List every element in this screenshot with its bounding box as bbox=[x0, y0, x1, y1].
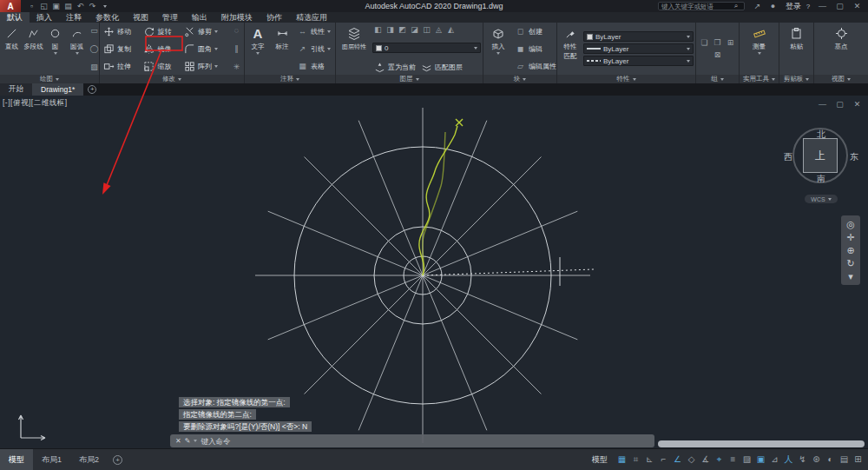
stretch-button[interactable]: 拉伸 bbox=[102, 60, 140, 72]
copy-button[interactable]: 复制 bbox=[102, 43, 140, 55]
command-input[interactable] bbox=[201, 437, 649, 446]
dynamic-ucs-icon[interactable]: ⊿ bbox=[768, 451, 781, 468]
trim-dropdown-icon[interactable] bbox=[214, 30, 218, 33]
erase-tool-icon[interactable]: ◌ bbox=[231, 25, 242, 36]
model-tab[interactable]: 模型 bbox=[0, 449, 33, 470]
snap-mode-icon[interactable]: ⌗ bbox=[629, 451, 642, 468]
circle-button[interactable]: 圆 bbox=[45, 23, 65, 74]
navbar-more-icon[interactable]: ▾ bbox=[844, 271, 858, 281]
command-line[interactable]: ✕ ✎ bbox=[170, 434, 654, 447]
plot-icon[interactable]: ▤ bbox=[62, 1, 74, 11]
minimize-icon[interactable]: — bbox=[817, 1, 828, 11]
application-menu-button[interactable]: A bbox=[0, 0, 21, 12]
ribbon-tab-collaborate[interactable]: 协作 bbox=[260, 12, 289, 23]
ribbon-tab-annotate[interactable]: 注释 bbox=[59, 12, 89, 23]
view-cube[interactable]: 北 南 西 东 上 WCS bbox=[781, 118, 861, 209]
ortho-icon[interactable]: ⌐ bbox=[657, 451, 670, 468]
command-close-icon[interactable]: ✕ bbox=[175, 437, 181, 445]
viewport-controls-label[interactable]: [-][俯视][二维线框] bbox=[3, 98, 68, 109]
leader-button[interactable]: ↗ 引线 bbox=[295, 43, 333, 55]
autoscale-icon[interactable]: ↯ bbox=[796, 451, 809, 468]
orbit-icon[interactable]: ↻ bbox=[844, 258, 858, 268]
edit-attributes-button[interactable]: ▱ 编辑属性 bbox=[513, 60, 556, 72]
circle-dropdown-icon[interactable] bbox=[54, 52, 57, 55]
arc-dropdown-icon[interactable] bbox=[76, 52, 79, 55]
wcs-menu[interactable]: WCS bbox=[805, 195, 838, 203]
layer-freeze-icon[interactable]: ◨ bbox=[385, 24, 396, 35]
user-avatar-icon[interactable]: ● bbox=[767, 1, 779, 11]
line-button[interactable]: 直线 bbox=[2, 23, 22, 74]
close-icon[interactable]: ✕ bbox=[852, 1, 863, 11]
array-button[interactable]: 阵列 bbox=[182, 60, 229, 72]
selection-cycling-icon[interactable]: ▣ bbox=[754, 451, 767, 468]
fillet-dropdown-icon[interactable] bbox=[214, 48, 218, 50]
table-button[interactable]: ▦ 表格 bbox=[295, 60, 333, 72]
navigation-wheel-icon[interactable]: ◎ bbox=[844, 219, 858, 229]
layout2-tab[interactable]: 布局2 bbox=[70, 449, 108, 470]
object-snap-tracking-icon[interactable]: ∡ bbox=[699, 451, 712, 468]
isodraft-icon[interactable]: ◇ bbox=[685, 451, 698, 468]
paste-button[interactable]: 粘贴 bbox=[786, 23, 806, 74]
edit-block-button[interactable]: ◼ 编辑 bbox=[513, 43, 556, 55]
ribbon-tab-manage[interactable]: 管理 bbox=[155, 12, 185, 23]
tab-drawing1[interactable]: Drawing1* bbox=[32, 83, 83, 96]
panel-title-utilities[interactable]: 实用工具 bbox=[740, 75, 779, 83]
layer-settings-icon[interactable]: ◭ bbox=[445, 24, 457, 35]
share-icon[interactable]: ↗ bbox=[752, 1, 763, 11]
panel-title-modify[interactable]: 修改 bbox=[100, 75, 244, 83]
linear-dropdown-icon[interactable] bbox=[327, 30, 331, 33]
workspace-gear-icon[interactable]: ⊛ bbox=[810, 451, 823, 468]
layer-select[interactable]: 0 bbox=[372, 43, 481, 53]
open-file-icon[interactable]: ◱ bbox=[38, 1, 49, 11]
object-snap-icon[interactable]: ⌖ bbox=[713, 451, 726, 468]
new-drawing-tab-button[interactable]: + bbox=[88, 85, 96, 94]
new-file-icon[interactable]: ▫ bbox=[26, 1, 37, 11]
panel-title-view[interactable]: 视图 bbox=[814, 75, 868, 83]
match-layer-button[interactable]: 匹配图层 bbox=[419, 61, 464, 73]
ribbon-tab-featured-apps[interactable]: 精选应用 bbox=[289, 12, 334, 23]
rotate-button[interactable]: 旋转 bbox=[141, 25, 180, 37]
mirror-button[interactable]: 镜像 bbox=[141, 43, 180, 55]
hatch-tool-icon[interactable]: ▨ bbox=[89, 62, 99, 72]
sign-in-button[interactable]: 登录 bbox=[786, 1, 801, 12]
customize-icon[interactable]: ▤ bbox=[838, 451, 851, 468]
panel-title-block[interactable]: 块 bbox=[483, 75, 556, 83]
panel-title-properties[interactable]: 特性 bbox=[557, 75, 695, 83]
make-current-button[interactable]: 置为当前 bbox=[372, 61, 418, 73]
command-customize-icon[interactable]: ✎ bbox=[185, 437, 191, 445]
tab-start[interactable]: 开始 bbox=[0, 83, 32, 96]
panel-title-clipboard[interactable]: 剪贴板 bbox=[779, 75, 813, 83]
leader-dropdown-icon[interactable] bbox=[327, 48, 331, 50]
layer-unisolate-icon[interactable]: ◫ bbox=[421, 24, 432, 35]
panel-title-annotate[interactable]: 注释 bbox=[245, 75, 335, 83]
text-button[interactable]: A 文字 bbox=[247, 23, 269, 74]
lineweight-icon[interactable]: ≡ bbox=[727, 451, 740, 468]
panel-title-layers[interactable]: 图层 bbox=[336, 75, 483, 83]
horizontal-scrollbar[interactable] bbox=[658, 440, 865, 447]
viewcube-south[interactable]: 南 bbox=[781, 173, 861, 185]
viewport-restore-icon[interactable]: ▢ bbox=[834, 99, 845, 109]
panel-title-group[interactable]: 组 bbox=[696, 75, 739, 83]
help-search-box[interactable]: ⌕ bbox=[658, 2, 745, 10]
ribbon-tab-parametric[interactable]: 参数化 bbox=[89, 12, 126, 23]
offset-tool-icon[interactable]: ∥ bbox=[231, 43, 242, 54]
move-button[interactable]: 移动 bbox=[102, 25, 140, 37]
annotation-visibility-icon[interactable]: 人 bbox=[782, 451, 795, 468]
ribbon-tab-addins[interactable]: 附加模块 bbox=[214, 12, 260, 23]
rectangle-tool-icon[interactable]: ▭ bbox=[89, 25, 99, 36]
trim-button[interactable]: 修剪 bbox=[182, 25, 229, 37]
array-dropdown-icon[interactable] bbox=[214, 65, 218, 68]
match-properties-button[interactable]: 特性 匹配 bbox=[559, 23, 582, 74]
command-options-dropdown-icon[interactable] bbox=[194, 440, 197, 442]
base-point-button[interactable]: 基点 bbox=[832, 23, 852, 74]
linear-dimension-button[interactable]: ↔ 线性 bbox=[295, 25, 333, 37]
panel-title-draw[interactable]: 绘图 bbox=[0, 75, 99, 83]
search-input[interactable] bbox=[661, 3, 729, 10]
layer-walk-icon[interactable]: ◬ bbox=[433, 24, 444, 35]
group-icon[interactable]: ❏ bbox=[699, 37, 710, 48]
pan-icon[interactable]: ✛ bbox=[844, 232, 858, 242]
ribbon-tab-home[interactable]: 默认 bbox=[0, 12, 30, 23]
viewport-close-icon[interactable]: ✕ bbox=[852, 99, 863, 109]
viewcube-west[interactable]: 西 bbox=[784, 151, 792, 163]
redo-icon[interactable]: ↷ bbox=[87, 1, 98, 11]
